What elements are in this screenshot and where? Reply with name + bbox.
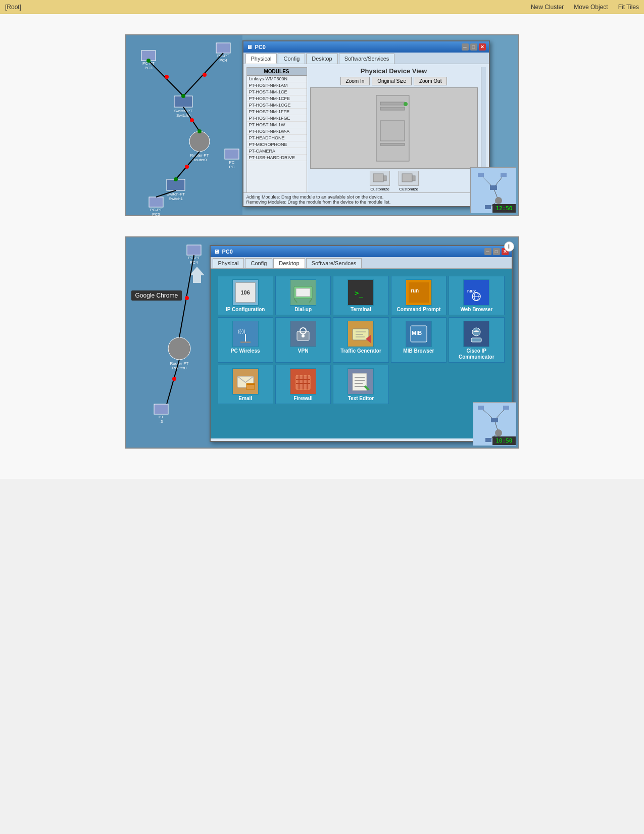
icon-mib-browser[interactable]: MIB MIB Browser <box>391 317 447 363</box>
svg-point-28 <box>181 94 185 98</box>
zoom-in-btn[interactable]: Zoom In <box>340 77 370 85</box>
module-nm-1w[interactable]: PT-HOST-NM-1W <box>247 122 307 128</box>
traffic-gen-label: Traffic Generator <box>340 348 381 354</box>
tab-software-2[interactable]: Software/Services <box>306 258 362 268</box>
svg-line-71 <box>309 299 312 303</box>
tab-config-1[interactable]: Config <box>278 54 305 64</box>
svg-rect-37 <box>380 121 405 141</box>
module-linksys[interactable]: Linksys-WMP300N <box>247 76 307 82</box>
svg-rect-51 <box>490 185 497 190</box>
minimize-btn-1[interactable]: ─ <box>462 43 469 51</box>
svg-point-29 <box>197 129 202 133</box>
panel2-screenshot: PC-PT PC4 Router-PT Router0 PT -3 <box>125 236 519 449</box>
tab-config-2[interactable]: Config <box>245 258 272 268</box>
svg-rect-125 <box>503 406 509 410</box>
svg-point-38 <box>404 102 408 106</box>
module-nm-1w-a[interactable]: PT-HOST-NM-1W-A <box>247 128 307 135</box>
web-icon-image: http: <box>463 279 489 306</box>
svg-text:Router-PT: Router-PT <box>190 153 209 158</box>
email-icon-image <box>232 368 259 395</box>
icon-ip-configuration[interactable]: 106 IP Configuration <box>218 276 273 315</box>
tab-physical-1[interactable]: Physical <box>245 54 277 64</box>
svg-rect-42 <box>402 174 412 182</box>
icon-firewall[interactable]: Firewall <box>275 365 331 404</box>
pc0-window-2: 🖥 PC0 ─ □ ✕ Physical Config Desktop Soft… <box>210 245 513 442</box>
svg-text:-3: -3 <box>159 419 163 424</box>
minimize-btn-2[interactable]: ─ <box>484 248 491 255</box>
module-headphone[interactable]: PT-HEADPHONE <box>247 135 307 141</box>
window-titlebar-2: 🖥 PC0 ─ □ ✕ <box>211 246 512 257</box>
pc-wireless-label: PC Wireless <box>231 348 260 354</box>
new-cluster-btn[interactable]: New Cluster <box>531 4 564 11</box>
icon-vpn[interactable]: VPN <box>275 317 331 363</box>
svg-point-25 <box>190 118 194 122</box>
tab-software-1[interactable]: Software/Services <box>339 54 395 64</box>
svg-point-24 <box>203 73 207 77</box>
cisco-ip-label: Cisco IP Communicator <box>451 348 502 360</box>
svg-text:PC-PT: PC-PT <box>150 208 162 212</box>
module-usb-drive[interactable]: PT-USB-HARD-DRIVE <box>247 155 307 161</box>
zoom-out-btn[interactable]: Zoom Out <box>414 77 447 85</box>
close-btn-1[interactable]: ✕ <box>479 43 486 51</box>
tab-desktop-1[interactable]: Desktop <box>306 54 337 64</box>
svg-point-23 <box>165 75 169 79</box>
svg-rect-104 <box>246 383 255 385</box>
mib-browser-label: MIB Browser <box>403 348 434 354</box>
svg-rect-69 <box>296 288 310 297</box>
window-footer: Adding Modules: Drag the module to an av… <box>243 192 489 206</box>
module-camera[interactable]: PT-CAMERA <box>247 148 307 155</box>
time-display-1: 12:50 <box>492 204 515 213</box>
module-nm-1ce[interactable]: PT-HOST-NM-1CE <box>247 89 307 95</box>
svg-rect-53 <box>485 205 491 209</box>
icon-pc-wireless[interactable]: ((·)) PC Wireless <box>218 317 273 363</box>
device-image <box>310 87 478 169</box>
svg-rect-128 <box>485 438 491 442</box>
desktop-icon-grid: 106 IP Configuration Dial-up <box>215 273 508 407</box>
original-size-btn[interactable]: Original Size <box>372 77 412 85</box>
icon-cisco-ip[interactable]: Cisco IP Communicator <box>449 317 504 363</box>
module-nm-1ffe[interactable]: PT-HOST-NM-1FFE <box>247 109 307 115</box>
svg-line-70 <box>294 299 297 303</box>
mib-icon-image: MIB <box>406 321 432 347</box>
svg-text:Router0: Router0 <box>192 158 207 162</box>
svg-rect-50 <box>501 173 507 177</box>
fit-tiles-btn[interactable]: Fit Tiles <box>618 4 639 11</box>
pc-icon-2: 🖥 <box>214 249 219 255</box>
toolbar-actions: New Cluster Move Object Fit Tiles <box>531 4 639 11</box>
move-object-btn[interactable]: Move Object <box>574 4 608 11</box>
pc-icon-1: 🖥 <box>246 44 252 50</box>
icon-dialup[interactable]: Dial-up <box>275 276 331 315</box>
icon-command-prompt[interactable]: run Command Prompt <box>391 276 447 315</box>
wireless-icon-image: ((·)) <box>232 321 259 347</box>
vpn-label: VPN <box>298 348 309 354</box>
icon-text-editor[interactable]: Text Editor <box>333 365 388 404</box>
tab-desktop-2[interactable]: Desktop <box>273 258 305 268</box>
module-nm-1fge[interactable]: PT-HOST-NM-1FGE <box>247 115 307 122</box>
tab-physical-2[interactable]: Physical <box>213 258 244 268</box>
top-toolbar: [Root] New Cluster Move Object Fit Tiles <box>0 0 644 14</box>
svg-rect-40 <box>373 174 383 182</box>
svg-text:>_: >_ <box>355 289 363 298</box>
module-microphone[interactable]: PT-MICROPHONE <box>247 141 307 148</box>
icon-traffic-generator[interactable]: Traffic Generator <box>333 317 388 363</box>
modules-header: MODULES <box>247 68 307 76</box>
svg-point-63 <box>185 296 189 300</box>
svg-rect-41 <box>383 176 386 181</box>
icon-web-browser[interactable]: http: Web Browser <box>449 276 504 315</box>
info-button-2[interactable]: i <box>504 241 514 252</box>
svg-text:Router0: Router0 <box>172 366 186 370</box>
icon-terminal[interactable]: >_ Terminal <box>333 276 388 315</box>
maximize-btn-2[interactable]: □ <box>493 248 500 255</box>
svg-point-64 <box>172 377 176 381</box>
svg-point-127 <box>495 429 502 436</box>
module-nm-1cfe[interactable]: PT-HOST-NM-1CFE <box>247 95 307 102</box>
modules-panel: MODULES Linksys-WMP300N PT-HOST-NM-1AM P… <box>246 67 307 201</box>
module-nm-1cge[interactable]: PT-HOST-NM-1CGE <box>247 102 307 109</box>
svg-point-27 <box>146 59 151 63</box>
svg-text:PC3: PC3 <box>152 212 160 217</box>
maximize-btn-1[interactable]: □ <box>470 43 477 51</box>
icon-email[interactable]: Email <box>218 365 273 404</box>
ip-config-label: IP Configuration <box>226 307 265 313</box>
svg-rect-100 <box>471 338 481 342</box>
module-nm-1am[interactable]: PT-HOST-NM-1AM <box>247 82 307 89</box>
